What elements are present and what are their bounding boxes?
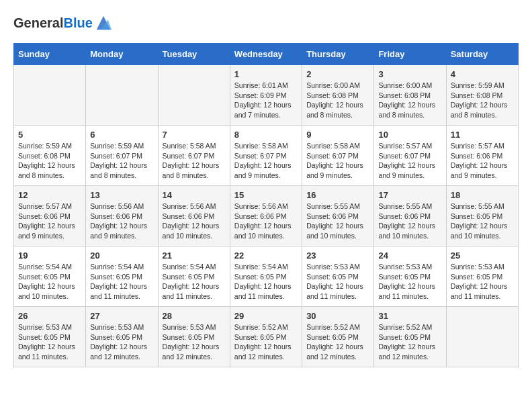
day-number: 27 (90, 311, 153, 321)
calendar-cell: 14Sunrise: 5:56 AMSunset: 6:06 PMDayligh… (158, 186, 230, 246)
day-number: 31 (378, 311, 441, 321)
day-number: 8 (234, 130, 298, 140)
day-number: 4 (451, 69, 514, 79)
day-number: 11 (451, 130, 514, 140)
calendar-week-row: 19Sunrise: 5:54 AMSunset: 6:05 PMDayligh… (14, 246, 519, 307)
cell-content: Sunrise: 6:01 AMSunset: 6:09 PMDaylight:… (234, 81, 298, 120)
weekday-header-cell: Friday (374, 44, 446, 65)
calendar-cell (86, 65, 158, 126)
calendar-table: SundayMondayTuesdayWednesdayThursdayFrid… (13, 43, 519, 367)
day-number: 24 (378, 250, 441, 261)
day-number: 14 (163, 190, 226, 200)
calendar-body: 1Sunrise: 6:01 AMSunset: 6:09 PMDaylight… (14, 65, 519, 367)
calendar-cell (446, 307, 518, 367)
day-number: 3 (378, 69, 441, 79)
calendar-cell: 4Sunrise: 5:59 AMSunset: 6:08 PMDaylight… (446, 65, 518, 126)
weekday-header-cell: Thursday (302, 44, 374, 65)
calendar-week-row: 1Sunrise: 6:01 AMSunset: 6:09 PMDaylight… (14, 65, 519, 126)
cell-content: Sunrise: 5:56 AMSunset: 6:06 PMDaylight:… (90, 201, 153, 241)
calendar-cell: 22Sunrise: 5:54 AMSunset: 6:05 PMDayligh… (230, 246, 302, 307)
calendar-cell (158, 65, 230, 126)
cell-content: Sunrise: 5:56 AMSunset: 6:06 PMDaylight:… (163, 201, 226, 241)
cell-content: Sunrise: 5:54 AMSunset: 6:05 PMDaylight:… (18, 262, 81, 302)
cell-content: Sunrise: 5:58 AMSunset: 6:07 PMDaylight:… (306, 141, 369, 181)
calendar-cell: 23Sunrise: 5:53 AMSunset: 6:05 PMDayligh… (302, 246, 374, 307)
day-number: 23 (306, 250, 369, 261)
page-header: GeneralBlue (13, 13, 519, 32)
day-number: 7 (163, 130, 226, 140)
cell-content: Sunrise: 5:54 AMSunset: 6:05 PMDaylight:… (90, 262, 153, 302)
day-number: 21 (163, 250, 226, 261)
cell-content: Sunrise: 5:59 AMSunset: 6:07 PMDaylight:… (90, 141, 153, 181)
cell-content: Sunrise: 5:58 AMSunset: 6:07 PMDaylight:… (234, 141, 298, 181)
calendar-cell: 13Sunrise: 5:56 AMSunset: 6:06 PMDayligh… (86, 186, 158, 246)
cell-content: Sunrise: 5:55 AMSunset: 6:06 PMDaylight:… (378, 201, 441, 241)
calendar-cell: 30Sunrise: 5:52 AMSunset: 6:05 PMDayligh… (302, 307, 374, 367)
calendar-cell: 18Sunrise: 5:55 AMSunset: 6:05 PMDayligh… (446, 186, 518, 246)
day-number: 16 (306, 190, 369, 200)
weekday-header-cell: Tuesday (158, 44, 230, 65)
weekday-header-cell: Saturday (446, 44, 518, 65)
day-number: 19 (18, 250, 81, 261)
calendar-cell: 7Sunrise: 5:58 AMSunset: 6:07 PMDaylight… (158, 126, 230, 186)
day-number: 13 (90, 190, 153, 200)
cell-content: Sunrise: 5:57 AMSunset: 6:07 PMDaylight:… (378, 141, 441, 181)
day-number: 5 (18, 130, 81, 140)
calendar-cell: 5Sunrise: 5:59 AMSunset: 6:08 PMDaylight… (14, 126, 86, 186)
calendar-week-row: 12Sunrise: 5:57 AMSunset: 6:06 PMDayligh… (14, 186, 519, 246)
calendar-cell: 26Sunrise: 5:53 AMSunset: 6:05 PMDayligh… (14, 307, 86, 367)
day-number: 28 (163, 311, 226, 321)
weekday-header-row: SundayMondayTuesdayWednesdayThursdayFrid… (14, 44, 519, 65)
calendar-cell: 27Sunrise: 5:53 AMSunset: 6:05 PMDayligh… (86, 307, 158, 367)
calendar-cell: 6Sunrise: 5:59 AMSunset: 6:07 PMDaylight… (86, 126, 158, 186)
cell-content: Sunrise: 5:54 AMSunset: 6:05 PMDaylight:… (234, 262, 298, 302)
day-number: 6 (90, 130, 153, 140)
cell-content: Sunrise: 5:56 AMSunset: 6:06 PMDaylight:… (234, 201, 298, 241)
day-number: 25 (451, 250, 514, 261)
calendar-cell: 15Sunrise: 5:56 AMSunset: 6:06 PMDayligh… (230, 186, 302, 246)
cell-content: Sunrise: 5:54 AMSunset: 6:05 PMDaylight:… (163, 262, 226, 302)
logo: GeneralBlue (13, 13, 113, 32)
calendar-week-row: 5Sunrise: 5:59 AMSunset: 6:08 PMDaylight… (14, 126, 519, 186)
calendar-cell: 12Sunrise: 5:57 AMSunset: 6:06 PMDayligh… (14, 186, 86, 246)
cell-content: Sunrise: 5:52 AMSunset: 6:05 PMDaylight:… (378, 322, 441, 362)
cell-content: Sunrise: 5:53 AMSunset: 6:05 PMDaylight:… (90, 322, 153, 362)
calendar-cell: 24Sunrise: 5:53 AMSunset: 6:05 PMDayligh… (374, 246, 446, 307)
day-number: 2 (306, 69, 369, 79)
day-number: 10 (378, 130, 441, 140)
day-number: 22 (234, 250, 298, 261)
cell-content: Sunrise: 5:53 AMSunset: 6:05 PMDaylight:… (163, 322, 226, 362)
day-number: 18 (451, 190, 514, 200)
cell-content: Sunrise: 5:52 AMSunset: 6:05 PMDaylight:… (306, 322, 369, 362)
cell-content: Sunrise: 5:57 AMSunset: 6:06 PMDaylight:… (18, 201, 81, 241)
cell-content: Sunrise: 5:59 AMSunset: 6:08 PMDaylight:… (18, 141, 81, 181)
calendar-cell: 1Sunrise: 6:01 AMSunset: 6:09 PMDaylight… (230, 65, 302, 126)
day-number: 17 (378, 190, 441, 200)
logo-general-text: General (13, 15, 63, 30)
calendar-week-row: 26Sunrise: 5:53 AMSunset: 6:05 PMDayligh… (14, 307, 519, 367)
cell-content: Sunrise: 5:55 AMSunset: 6:06 PMDaylight:… (306, 201, 369, 241)
cell-content: Sunrise: 5:55 AMSunset: 6:05 PMDaylight:… (451, 201, 514, 241)
cell-content: Sunrise: 5:53 AMSunset: 6:05 PMDaylight:… (18, 322, 81, 362)
calendar-cell: 9Sunrise: 5:58 AMSunset: 6:07 PMDaylight… (302, 126, 374, 186)
calendar-cell (14, 65, 86, 126)
calendar-cell: 17Sunrise: 5:55 AMSunset: 6:06 PMDayligh… (374, 186, 446, 246)
calendar-cell: 21Sunrise: 5:54 AMSunset: 6:05 PMDayligh… (158, 246, 230, 307)
cell-content: Sunrise: 5:52 AMSunset: 6:05 PMDaylight:… (234, 322, 298, 362)
day-number: 1 (234, 69, 298, 79)
day-number: 26 (18, 311, 81, 321)
calendar-cell: 2Sunrise: 6:00 AMSunset: 6:08 PMDaylight… (302, 65, 374, 126)
weekday-header-cell: Wednesday (230, 44, 302, 65)
cell-content: Sunrise: 6:00 AMSunset: 6:08 PMDaylight:… (378, 81, 441, 120)
cell-content: Sunrise: 5:53 AMSunset: 6:05 PMDaylight:… (378, 262, 441, 302)
calendar-cell: 3Sunrise: 6:00 AMSunset: 6:08 PMDaylight… (374, 65, 446, 126)
calendar-cell: 16Sunrise: 5:55 AMSunset: 6:06 PMDayligh… (302, 186, 374, 246)
cell-content: Sunrise: 5:59 AMSunset: 6:08 PMDaylight:… (451, 81, 514, 120)
day-number: 30 (306, 311, 369, 321)
weekday-header-cell: Sunday (14, 44, 86, 65)
logo-blue-text: Blue (63, 15, 92, 30)
calendar-cell: 8Sunrise: 5:58 AMSunset: 6:07 PMDaylight… (230, 126, 302, 186)
day-number: 29 (234, 311, 298, 321)
calendar-cell: 10Sunrise: 5:57 AMSunset: 6:07 PMDayligh… (374, 126, 446, 186)
cell-content: Sunrise: 5:58 AMSunset: 6:07 PMDaylight:… (163, 141, 226, 181)
